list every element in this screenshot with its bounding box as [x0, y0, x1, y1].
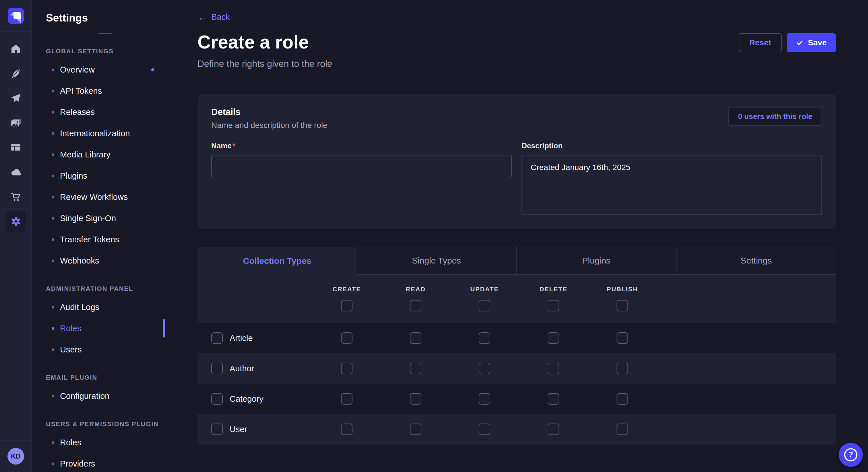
permissions-tabs: Collection Types Single Types Plugins Se…: [197, 247, 836, 275]
row-label: Author: [229, 364, 254, 373]
description-textarea[interactable]: Created January 16th, 2025: [522, 155, 822, 215]
tab-collection-types[interactable]: Collection Types: [197, 247, 357, 275]
page-header: Create a role Define the rights given to…: [197, 32, 836, 69]
author-update-checkbox[interactable]: [479, 363, 490, 374]
rail-logo-area: [0, 0, 32, 32]
user-row-checkbox[interactable]: [211, 424, 223, 435]
sidebar-item-plugins[interactable]: Plugins: [46, 165, 165, 187]
select-all-read-checkbox[interactable]: [410, 300, 422, 311]
tab-plugins[interactable]: Plugins: [516, 247, 676, 275]
column-label-read: READ: [406, 285, 426, 293]
strapi-logo-icon[interactable]: [8, 8, 24, 24]
article-create-checkbox[interactable]: [341, 332, 352, 344]
user-create-checkbox[interactable]: [341, 424, 352, 435]
permission-row-author: Author: [197, 353, 836, 384]
sidebar-item-media-library[interactable]: Media Library: [46, 144, 165, 165]
user-read-checkbox[interactable]: [410, 424, 422, 435]
sidebar-item-webhooks[interactable]: Webhooks: [46, 250, 165, 271]
row-label: Category: [229, 394, 264, 404]
rail-user-area: KD: [0, 440, 32, 472]
active-indicator: [163, 319, 165, 338]
bullet-icon: [52, 327, 54, 330]
tab-single-types[interactable]: Single Types: [357, 247, 516, 275]
select-all-update-checkbox[interactable]: [479, 300, 490, 311]
article-publish-checkbox[interactable]: [617, 332, 628, 344]
sidebar-item-audit-logs[interactable]: Audit Logs: [46, 297, 165, 318]
subnav-title: Settings: [46, 12, 165, 24]
bullet-icon: [52, 154, 54, 156]
section-heading-administration-panel: ADMINISTRATION PANEL: [46, 285, 165, 293]
question-mark-icon: ?: [844, 448, 857, 461]
bullet-icon: [52, 395, 54, 398]
author-read-checkbox[interactable]: [410, 363, 422, 374]
sidebar-item-internationalization[interactable]: Internationalization: [46, 123, 165, 144]
select-all-publish-checkbox[interactable]: [617, 300, 628, 311]
author-delete-checkbox[interactable]: [548, 363, 559, 374]
category-create-checkbox[interactable]: [341, 393, 352, 405]
sidebar-item-roles-up[interactable]: Roles: [46, 432, 165, 453]
category-row-checkbox[interactable]: [211, 393, 223, 405]
sidebar-item-transfer-tokens[interactable]: Transfer Tokens: [46, 229, 165, 250]
category-update-checkbox[interactable]: [479, 393, 490, 405]
sidebar-item-overview[interactable]: Overview: [46, 59, 165, 80]
feather-icon[interactable]: [5, 63, 26, 84]
layout-icon[interactable]: [5, 137, 26, 158]
user-update-checkbox[interactable]: [479, 424, 490, 435]
back-arrow-icon: ←: [197, 12, 207, 22]
details-subtitle: Name and description of the role: [211, 121, 328, 130]
home-icon[interactable]: [5, 38, 26, 59]
bullet-icon: [52, 348, 54, 351]
section-heading-global-settings: GLOBAL SETTINGS: [46, 47, 165, 55]
cart-icon[interactable]: [5, 187, 26, 207]
header-actions: Reset Save: [739, 33, 836, 52]
category-read-checkbox[interactable]: [410, 393, 422, 405]
name-input[interactable]: [211, 155, 512, 177]
users-with-role-button[interactable]: 0 users with this role: [728, 107, 822, 126]
article-delete-checkbox[interactable]: [548, 332, 559, 344]
avatar[interactable]: KD: [7, 448, 24, 465]
nav-list-email-plugin: Configuration: [46, 385, 165, 407]
column-publish: PUBLISH: [588, 275, 657, 323]
required-asterisk: *: [232, 141, 236, 150]
details-title: Details: [211, 107, 328, 117]
reset-button[interactable]: Reset: [739, 33, 781, 52]
author-row-checkbox[interactable]: [211, 363, 223, 374]
rail-icon-list: [5, 32, 26, 440]
bullet-icon: [52, 463, 54, 465]
settings-gear-icon[interactable]: [5, 211, 26, 232]
category-publish-checkbox[interactable]: [617, 393, 628, 405]
header-lead-spacer: [197, 275, 312, 323]
help-button[interactable]: ?: [839, 443, 863, 467]
subnav-divider: [98, 33, 112, 34]
article-update-checkbox[interactable]: [479, 332, 490, 344]
category-delete-checkbox[interactable]: [548, 393, 559, 405]
author-create-checkbox[interactable]: [341, 363, 352, 374]
page-header-text: Create a role Define the rights given to…: [197, 32, 332, 69]
author-publish-checkbox[interactable]: [617, 363, 628, 374]
paper-plane-icon[interactable]: [5, 88, 26, 108]
sidebar-item-roles-admin[interactable]: Roles: [46, 318, 165, 339]
sidebar-item-api-tokens[interactable]: API Tokens: [46, 80, 165, 102]
sidebar-item-review-workflows[interactable]: Review Workflows: [46, 187, 165, 208]
article-row-checkbox[interactable]: [211, 332, 223, 344]
select-all-delete-checkbox[interactable]: [548, 300, 559, 311]
user-publish-checkbox[interactable]: [617, 424, 628, 435]
cloud-icon[interactable]: [5, 162, 26, 182]
permission-row-article: Article: [197, 323, 836, 353]
media-library-icon[interactable]: [5, 112, 26, 133]
sidebar-item-configuration[interactable]: Configuration: [46, 385, 165, 407]
sidebar-item-single-sign-on[interactable]: Single Sign-On: [46, 208, 165, 229]
user-delete-checkbox[interactable]: [548, 424, 559, 435]
sidebar-item-users[interactable]: Users: [46, 339, 165, 360]
sidebar-item-providers[interactable]: Providers: [46, 453, 165, 472]
sidebar-item-releases[interactable]: Releases: [46, 102, 165, 123]
settings-subnav: Settings GLOBAL SETTINGS Overview API To…: [32, 0, 165, 472]
tab-settings[interactable]: Settings: [676, 247, 836, 275]
select-all-create-checkbox[interactable]: [341, 300, 352, 311]
save-button[interactable]: Save: [787, 33, 836, 52]
nav-list-global-settings: Overview API Tokens Releases Internation…: [46, 59, 165, 271]
back-link[interactable]: ← Back: [197, 12, 229, 22]
article-read-checkbox[interactable]: [410, 332, 422, 344]
permissions-table-header: CREATE READ UPDATE DELETE: [197, 275, 836, 323]
details-fields: Name* Description Created January 16th, …: [211, 141, 822, 215]
